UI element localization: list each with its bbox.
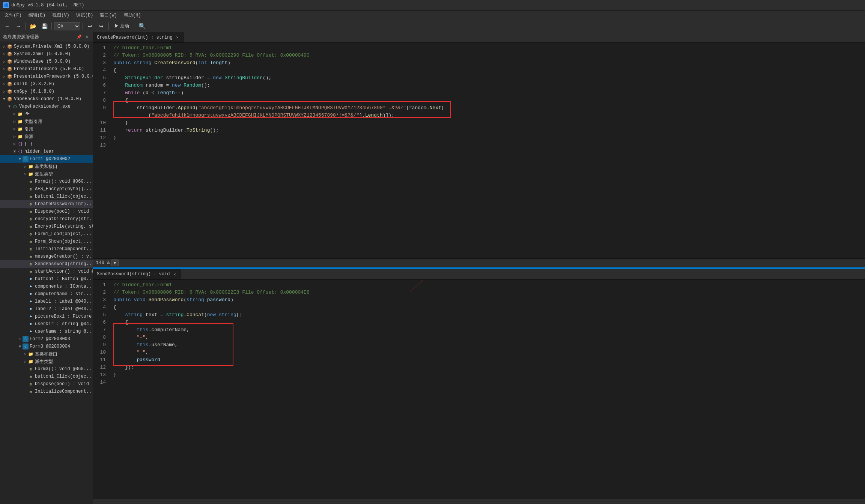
menu-window[interactable]: 窗口(W): [97, 11, 120, 19]
sidebar-item-form1[interactable]: ▼ C Form1 @02000002: [0, 155, 93, 163]
sidebar-item-form3-derived[interactable]: ▷ 📁 派生类型: [0, 358, 93, 365]
line-content: return stringBuilder.ToString();: [112, 127, 865, 134]
class-icon: C: [23, 344, 29, 350]
sidebar-item-3[interactable]: ▷ 📦 PresentationCore (5.0.0.0): [0, 65, 93, 73]
sidebar-item-derived[interactable]: ▷ 📁 派生类型: [0, 170, 93, 178]
sidebar-item-dispose[interactable]: ⊕ Dispose(bool) : void: [0, 208, 93, 215]
sidebar-item-form3[interactable]: ▼ C Form3 @02000004: [0, 343, 93, 350]
sidebar-item-initcomp[interactable]: ⊕ InitializeComponent...: [0, 245, 93, 253]
sidebar-item-button1[interactable]: ● button1 : Button @0...: [0, 275, 93, 283]
menu-edit[interactable]: 编辑(E): [26, 11, 49, 19]
tree-toggle: [23, 254, 28, 259]
sidebar-item-ns-empty[interactable]: ▷ {} { }: [0, 140, 93, 148]
sidebar-item-exe[interactable]: ▼ ⬡ VapeHacksLoader.exe: [0, 103, 93, 110]
item-label: hidden_tear: [24, 149, 54, 154]
sidebar-item-typeref[interactable]: ▷ 📁 类型引用: [0, 118, 93, 125]
sidebar-item-picbox[interactable]: ● pictureBox1 : Picture...: [0, 313, 93, 320]
line-num: 9: [93, 104, 112, 112]
code-content-2[interactable]: 1 // hidden_tear.Form1 2 // Token: 0x060…: [93, 280, 865, 499]
sidebar-item-pe[interactable]: ▷ 📁 PE: [0, 110, 93, 118]
toolbar-open-btn[interactable]: 📂: [28, 22, 38, 31]
p2-line-2: 2 // Token: 0x06000006 RID: 6 RVA: 0x000…: [93, 289, 865, 296]
sidebar-item-aes[interactable]: ⊕ AES_Encrypt(byte[]...: [0, 185, 93, 193]
code-line-2: 2 // Token: 0x06000005 RID: 5 RVA: 0x000…: [93, 52, 865, 59]
item-label: Form3 @02000004: [30, 344, 70, 349]
line-content: Random random = new Random();: [112, 82, 865, 89]
sidebar-item-computername[interactable]: ● computerName : str...: [0, 290, 93, 298]
menu-debug[interactable]: 调试(D): [73, 11, 96, 19]
start-btn[interactable]: ▶ 启动: [111, 22, 132, 31]
sidebar-item-msgcreator[interactable]: ⊕ messageCreator() : v...: [0, 253, 93, 260]
tab-createpassword[interactable]: CreatePassword(int) : string ✕: [93, 32, 184, 42]
sidebar-pin-btn[interactable]: 📌: [76, 34, 82, 40]
p2-line-1: 1 // hidden_tear.Form1: [93, 281, 865, 289]
sidebar-item-formshown[interactable]: ⊕ Form_Shown(object,...: [0, 238, 93, 245]
sidebar-item-base[interactable]: ▷ 📁 基类和接口: [0, 163, 93, 170]
toolbar-search-btn[interactable]: 🔍: [137, 22, 147, 31]
tab-close-btn[interactable]: ✕: [175, 35, 180, 40]
sidebar-item-userdir[interactable]: ● userDir : string @04...: [0, 320, 93, 328]
sidebar-item-encfile[interactable]: ⊕ EncryptFile(string, st...: [0, 223, 93, 230]
tab-close-btn-2[interactable]: ✕: [172, 272, 177, 277]
line-num: 12: [93, 364, 112, 371]
sidebar-item-label1[interactable]: ● label1 : Label @040...: [0, 298, 93, 305]
sidebar-item-ref[interactable]: ▷ 📁 引用: [0, 125, 93, 133]
line-num: 7: [93, 326, 112, 334]
menu-view[interactable]: 视图(V): [49, 11, 72, 19]
item-label: button1_Click(objec...: [35, 194, 93, 199]
sidebar-item-createpwd[interactable]: ⊕ CreatePassword(int)...: [0, 200, 93, 208]
sidebar-item-form3-ctor[interactable]: ⊕ Form3(): void @060...: [0, 365, 93, 373]
menu-file[interactable]: 文件(F): [2, 11, 25, 19]
toolbar-redo-btn[interactable]: ↪: [96, 22, 106, 31]
menu-help[interactable]: 帮助(H): [121, 11, 144, 19]
sidebar-item-1[interactable]: ▷ 📦 System.Xaml (5.0.0.0): [0, 50, 93, 58]
sidebar-item-username[interactable]: ● userName : string @...: [0, 328, 93, 335]
toolbar-back-btn[interactable]: ←: [2, 22, 12, 31]
sidebar-item-4[interactable]: ▷ 📦 PresentationFramework (5.0.0.0): [0, 73, 93, 80]
sidebar-item-form3-btn[interactable]: ⊕ button1_Click(objec...: [0, 373, 93, 380]
code-content-1[interactable]: 1 // hidden_tear.Form1 2 // Token: 0x060…: [93, 43, 865, 258]
tab-sendpassword[interactable]: SendPassword(string) : void ✕: [93, 269, 181, 279]
item-label: 基类和接口: [35, 351, 57, 357]
line-num: 9: [93, 341, 112, 349]
toolbar-forward-btn[interactable]: →: [14, 22, 23, 31]
sidebar-item-label2[interactable]: ● label2 : Label @040...: [0, 305, 93, 313]
sidebar-item-form2[interactable]: ▷ C Form2 @02000003: [0, 335, 93, 343]
line-num: 6: [93, 319, 112, 326]
sidebar-item-form1ctor[interactable]: ⊕ Form1(): void @060...: [0, 178, 93, 185]
sidebar-item-form3-dispose[interactable]: ⊕ Dispose(bool) : void: [0, 380, 93, 388]
sidebar-item-2[interactable]: ▷ 📦 WindowsBase (5.0.0.0): [0, 58, 93, 65]
method-icon: ⊕: [28, 216, 34, 222]
zoom-down-btn[interactable]: ▼: [111, 260, 119, 266]
assembly-icon: 📦: [7, 74, 13, 80]
line-num: 13: [93, 371, 112, 379]
line-num: 2: [93, 289, 112, 296]
sidebar-item-5[interactable]: ▷ 📦 dnlib (3.3.2.0): [0, 80, 93, 88]
hscroll-bar[interactable]: [93, 499, 865, 504]
sidebar-item-0[interactable]: ▷ 📦 System.Private.Xml (5.0.0.0): [0, 43, 93, 50]
p2-line-14: 14: [93, 379, 865, 386]
sidebar-item-hidden-tear[interactable]: ▼ {} hidden_tear: [0, 148, 93, 155]
sidebar-item-form3-init[interactable]: ⊕ InitializeComponent...: [0, 388, 93, 395]
sidebar-item-encdir[interactable]: ⊕ encryptDirectory(str...: [0, 215, 93, 223]
sidebar-item-btn1click[interactable]: ⊕ button1_Click(objec...: [0, 193, 93, 200]
toolbar-save-btn[interactable]: 💾: [39, 22, 49, 31]
lang-dropdown[interactable]: C# IL: [54, 22, 80, 30]
code-line-8: 8 {: [93, 97, 865, 104]
zoom-level: 140 %: [96, 260, 110, 266]
sidebar-item-startaction[interactable]: ⊕ startAction() : void @...: [0, 268, 93, 275]
folder-icon: 📁: [28, 351, 34, 357]
sidebar-item-6[interactable]: ▷ 📦 dnSpy (6.1.8.0): [0, 88, 93, 95]
sidebar-item-form1load[interactable]: ⊕ Form1_Load(object,...: [0, 230, 93, 238]
line-content: this.computerName,: [112, 326, 865, 334]
sidebar-item-components[interactable]: ● components : IConta...: [0, 283, 93, 290]
item-label: System.Private.Xml (5.0.0.0): [14, 44, 90, 49]
sidebar-item-form3-base[interactable]: ▷ 📁 基类和接口: [0, 350, 93, 358]
sidebar-item-vapehacks[interactable]: ▼ 📦 VapeHacksLoader (1.0.0.0): [0, 95, 93, 103]
sidebar-header: 程序集资源管理器 📌 ✕: [0, 32, 93, 42]
p2-line-3: 3 public void SendPassword(string passwo…: [93, 296, 865, 304]
sidebar-item-res[interactable]: ▷ 📁 资源: [0, 133, 93, 140]
sidebar-item-sendpwd[interactable]: ⊕ SendPassword(string...: [0, 260, 93, 268]
sidebar-close-btn[interactable]: ✕: [84, 34, 90, 40]
toolbar-undo-btn[interactable]: ↩: [85, 22, 95, 31]
